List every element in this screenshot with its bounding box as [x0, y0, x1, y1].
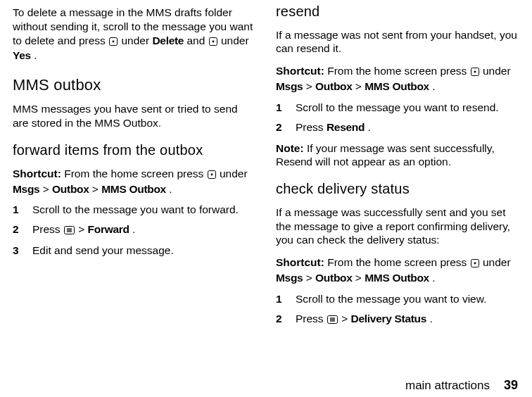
text: From the home screen press — [327, 65, 469, 77]
step-number: 2 — [13, 222, 32, 238]
shortcut-label: Shortcut: — [13, 168, 61, 179]
mms-outbox-label: MMS Outbox — [365, 272, 429, 284]
text: . — [432, 272, 435, 284]
forward-shortcut: Shortcut: From the home screen press und… — [13, 167, 256, 196]
delivery-heading: check delivery status — [276, 180, 519, 198]
resend-heading: resend — [276, 3, 519, 21]
note-label: Note: — [276, 142, 304, 154]
msgs-label: Msgs — [13, 183, 39, 195]
shortcut-label: Shortcut: — [276, 256, 324, 268]
delivery-status-label: Delivery Status — [351, 313, 427, 324]
text: > — [355, 80, 365, 92]
step-number: 1 — [13, 203, 32, 217]
svg-point-11 — [474, 71, 476, 73]
svg-point-3 — [212, 40, 214, 42]
menu-icon — [327, 313, 338, 327]
step-text: Press Resend . — [296, 120, 519, 134]
delivery-shortcut: Shortcut: From the home screen press und… — [276, 256, 519, 285]
svg-point-1 — [113, 40, 115, 42]
text: > — [355, 272, 365, 284]
softkey-icon — [109, 35, 118, 49]
text: From the home screen press — [64, 168, 206, 179]
left-column: To delete a message in the MMS drafts fo… — [13, 3, 256, 372]
resend-note: Note: If your message was sent successfu… — [276, 141, 519, 170]
text: . — [367, 121, 370, 133]
softkey-icon — [209, 35, 217, 49]
shortcut-label: Shortcut: — [276, 65, 324, 77]
text: If your message was sent successfully, — [307, 142, 495, 154]
text: . — [132, 223, 135, 235]
delete-draft-paragraph: To delete a message in the MMS drafts fo… — [13, 6, 256, 63]
step-number: 1 — [276, 101, 296, 115]
step-2: 2 Press > Forward . — [13, 222, 256, 238]
mms-outbox-label: MMS Outbox — [365, 80, 429, 92]
resend-label: Resend — [327, 121, 365, 133]
step-text: Press > Forward . — [32, 222, 256, 238]
step-1: 1 Scroll to the message you want to forw… — [13, 203, 256, 217]
page: To delete a message in the MMS drafts fo… — [0, 0, 532, 397]
menu-icon — [64, 224, 75, 238]
step-text: Scroll to the message you want to forwar… — [32, 203, 256, 217]
text: under — [221, 34, 249, 46]
svg-point-13 — [474, 263, 476, 265]
text: and — [186, 34, 208, 46]
resend-step-2: 2 Press Resend . — [276, 120, 519, 134]
softkey-icon — [471, 65, 479, 80]
delete-label: Delete — [152, 34, 184, 46]
outbox-label: Outbox — [52, 183, 89, 195]
resend-step-1: 1 Scroll to the message you want to rese… — [276, 101, 519, 115]
mms-outbox-desc: MMS messages you have sent or tried to s… — [13, 102, 256, 130]
yes-label: Yes — [13, 49, 31, 61]
step-text: Scroll to the message you want to resend… — [296, 101, 519, 115]
step-number: 2 — [276, 312, 296, 327]
step-number: 2 — [276, 120, 296, 134]
text: under — [220, 168, 248, 179]
softkey-icon — [208, 168, 216, 182]
text: . — [429, 313, 432, 324]
step-number: 1 — [276, 292, 296, 306]
text: . — [169, 183, 172, 195]
text: From the home screen press — [327, 256, 469, 268]
text: . — [34, 49, 37, 61]
step-number: 3 — [13, 244, 32, 258]
text: > — [92, 183, 101, 195]
msgs-label: Msgs — [276, 80, 303, 92]
outbox-label: Outbox — [315, 272, 352, 284]
resend-shortcut: Shortcut: From the home screen press und… — [276, 64, 519, 94]
text: Press — [32, 223, 63, 235]
delivery-desc: If a message was successfully sent and y… — [276, 206, 519, 247]
step-text: Press > Delivery Status . — [296, 312, 519, 327]
mms-outbox-heading: MMS outbox — [13, 75, 256, 95]
forward-heading: forward items from the outbox — [13, 141, 256, 160]
text: > — [43, 183, 52, 195]
step-3: 3 Edit and send your message. — [13, 244, 256, 258]
right-column: resend If a message was not sent from yo… — [276, 3, 519, 372]
text: under — [483, 65, 511, 77]
delivery-step-2: 2 Press > Delivery Status . — [276, 312, 519, 327]
text: > — [341, 313, 350, 324]
step-text: Scroll to the message you want to view. — [296, 292, 519, 306]
text: Press — [296, 121, 327, 133]
columns: To delete a message in the MMS drafts fo… — [13, 3, 519, 372]
text: . — [432, 80, 435, 92]
text: under — [483, 256, 511, 268]
text: > — [306, 80, 315, 92]
page-number: 39 — [504, 378, 518, 393]
resend-desc: If a message was not sent from your hand… — [276, 28, 519, 56]
forward-label: Forward — [88, 223, 129, 235]
resend-label: Resend — [276, 156, 312, 168]
footer: main attractions 39 — [13, 372, 519, 393]
svg-point-5 — [210, 173, 213, 175]
footer-text: main attractions — [405, 379, 490, 393]
delivery-step-1: 1 Scroll to the message you want to view… — [276, 292, 519, 306]
text: > — [306, 272, 315, 284]
text: > — [78, 223, 87, 235]
text: under — [121, 34, 152, 46]
step-text: Edit and send your message. — [32, 244, 256, 258]
softkey-icon — [471, 257, 479, 271]
text: will not appear as an option. — [315, 156, 451, 168]
msgs-label: Msgs — [276, 272, 303, 284]
mms-outbox-label: MMS Outbox — [101, 183, 166, 195]
outbox-label: Outbox — [315, 80, 352, 92]
text: Press — [296, 313, 327, 324]
